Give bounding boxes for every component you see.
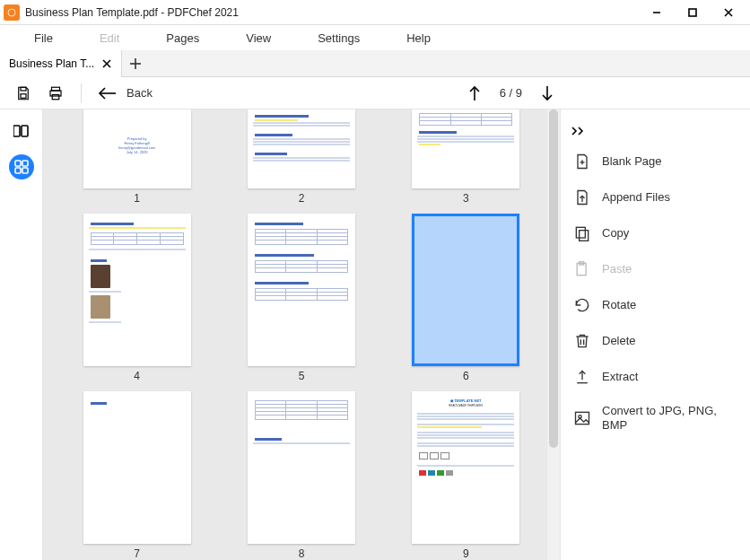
paste-label: Paste bbox=[602, 262, 632, 276]
thumbnail-number: 8 bbox=[299, 547, 305, 560]
svg-rect-22 bbox=[22, 168, 28, 173]
print-button[interactable] bbox=[45, 83, 66, 104]
svg-point-0 bbox=[8, 9, 15, 16]
toolbar-separator bbox=[81, 83, 82, 103]
rotate-button[interactable]: Rotate bbox=[566, 287, 745, 323]
rotate-label: Rotate bbox=[602, 298, 636, 312]
thumbnails-button[interactable] bbox=[9, 154, 34, 179]
workspace: Prepared byHenry Fothergillhenry@goodema… bbox=[0, 109, 750, 560]
page-thumbnail[interactable] bbox=[248, 109, 355, 188]
thumbnail-cell: 3 bbox=[412, 109, 519, 205]
scrollbar-handle[interactable] bbox=[549, 109, 558, 448]
right-panel: Blank Page Append Files Copy Paste Rotat… bbox=[560, 109, 750, 560]
svg-rect-33 bbox=[576, 413, 589, 424]
thumbnail-cell: 2 bbox=[248, 109, 355, 205]
next-page-button[interactable] bbox=[536, 83, 558, 104]
page-thumbnail[interactable] bbox=[248, 214, 355, 366]
page-thumbnail[interactable] bbox=[248, 391, 355, 544]
thumbnail-number: 5 bbox=[299, 370, 305, 382]
page-thumbnail[interactable]: Prepared byHenry Fothergillhenry@goodema… bbox=[83, 109, 191, 188]
trash-icon bbox=[573, 332, 591, 350]
thumbnail-number: 1 bbox=[134, 192, 140, 205]
panels-toggle-button[interactable] bbox=[9, 118, 34, 144]
document-tab[interactable]: Business Plan T... bbox=[0, 50, 122, 77]
page-thumbnail[interactable] bbox=[83, 391, 191, 544]
blank-page-label: Blank Page bbox=[602, 154, 662, 169]
menubar: File Edit Pages View Settings Help bbox=[0, 25, 750, 50]
svg-rect-13 bbox=[52, 94, 59, 99]
collapse-panel-button[interactable] bbox=[566, 118, 591, 144]
page-nav: 6 / 9 bbox=[464, 83, 558, 104]
menu-file[interactable]: File bbox=[18, 31, 69, 45]
close-tab-icon[interactable] bbox=[100, 57, 114, 71]
paste-button: Paste bbox=[566, 251, 745, 287]
close-button[interactable] bbox=[711, 0, 746, 25]
copy-label: Copy bbox=[602, 226, 629, 241]
rotate-icon bbox=[573, 296, 591, 314]
thumbnail-number: 9 bbox=[463, 547, 469, 560]
convert-button[interactable]: Convert to JPG, PNG, BMP bbox=[566, 395, 745, 442]
new-tab-button[interactable] bbox=[122, 50, 149, 77]
thumbnail-cell: Prepared byHenry Fothergillhenry@goodema… bbox=[83, 109, 191, 205]
svg-rect-26 bbox=[576, 227, 585, 238]
page-counter: 6 / 9 bbox=[500, 86, 522, 100]
blank-page-icon bbox=[573, 153, 591, 171]
window-controls bbox=[639, 0, 746, 25]
back-label: Back bbox=[126, 86, 153, 100]
thumbnail-number: 6 bbox=[463, 370, 469, 382]
append-files-button[interactable]: Append Files bbox=[566, 179, 745, 215]
append-files-icon bbox=[573, 188, 591, 206]
paste-icon bbox=[573, 260, 591, 278]
menu-edit[interactable]: Edit bbox=[83, 31, 135, 45]
thumbnail-cell: 4 bbox=[83, 214, 191, 382]
toolbar: Back 6 / 9 bbox=[0, 77, 750, 109]
image-icon bbox=[573, 409, 591, 427]
minimize-button[interactable] bbox=[639, 0, 675, 25]
copy-icon bbox=[573, 224, 591, 242]
window-title: Business Plan Template.pdf - PDFChef 202… bbox=[25, 6, 639, 19]
extract-button[interactable]: Extract bbox=[566, 359, 745, 395]
thumbnail-number: 2 bbox=[299, 192, 305, 205]
extract-label: Extract bbox=[602, 370, 638, 384]
thumbnail-number: 3 bbox=[463, 192, 469, 205]
svg-rect-21 bbox=[15, 168, 21, 173]
blank-page-button[interactable]: Blank Page bbox=[566, 144, 745, 179]
thumbnail-cell: 6 bbox=[412, 214, 519, 382]
thumbnail-cell: 5 bbox=[248, 214, 355, 382]
delete-label: Delete bbox=[602, 334, 636, 348]
left-sidebar bbox=[0, 109, 43, 560]
thumbnail-number: 4 bbox=[134, 370, 140, 382]
menu-pages[interactable]: Pages bbox=[150, 31, 215, 45]
svg-rect-18 bbox=[22, 126, 28, 136]
append-files-label: Append Files bbox=[602, 190, 670, 205]
maximize-button[interactable] bbox=[675, 0, 711, 25]
page-thumbnail[interactable]: ◉ TEMPLATE.NET READY-MADE TEMPLATES bbox=[412, 391, 519, 544]
scrollbar[interactable] bbox=[547, 109, 560, 560]
page-thumbnail[interactable] bbox=[412, 109, 519, 188]
menu-settings[interactable]: Settings bbox=[301, 31, 376, 45]
back-button[interactable]: Back bbox=[96, 86, 153, 101]
thumbnail-cell: 7 bbox=[83, 391, 191, 560]
prev-page-button[interactable] bbox=[464, 83, 485, 104]
thumbnail-cell: 8 bbox=[248, 391, 355, 560]
svg-rect-20 bbox=[22, 161, 28, 166]
svg-rect-19 bbox=[15, 161, 21, 166]
convert-label: Convert to JPG, PNG, BMP bbox=[602, 404, 737, 433]
svg-rect-17 bbox=[13, 126, 20, 136]
svg-rect-10 bbox=[21, 93, 26, 98]
thumbnail-area: Prepared byHenry Fothergillhenry@goodema… bbox=[43, 109, 560, 560]
svg-rect-9 bbox=[21, 87, 26, 91]
svg-rect-27 bbox=[580, 231, 589, 241]
menu-help[interactable]: Help bbox=[390, 31, 447, 45]
page-thumbnail-selected[interactable] bbox=[412, 214, 519, 366]
thumbnail-number: 7 bbox=[134, 547, 140, 560]
svg-rect-2 bbox=[689, 9, 696, 16]
thumbnail-grid: Prepared byHenry Fothergillhenry@goodema… bbox=[43, 109, 560, 560]
copy-button[interactable]: Copy bbox=[566, 215, 745, 251]
arrow-left-icon bbox=[96, 86, 118, 101]
delete-button[interactable]: Delete bbox=[566, 323, 745, 359]
menu-view[interactable]: View bbox=[230, 31, 287, 45]
save-button[interactable] bbox=[13, 83, 34, 104]
page-thumbnail[interactable] bbox=[83, 214, 191, 366]
thumbnail-cell: ◉ TEMPLATE.NET READY-MADE TEMPLATES 9 bbox=[412, 391, 519, 560]
